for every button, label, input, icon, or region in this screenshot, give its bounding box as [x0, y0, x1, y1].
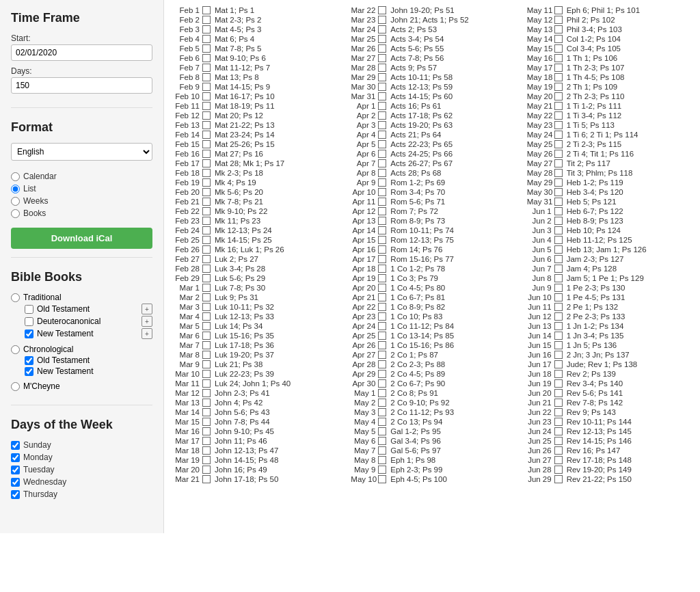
schedule-checkbox[interactable]	[554, 178, 563, 187]
schedule-checkbox[interactable]	[554, 188, 563, 196]
schedule-checkbox[interactable]	[554, 255, 563, 263]
schedule-checkbox[interactable]	[378, 159, 386, 167]
schedule-checkbox[interactable]	[554, 236, 563, 244]
schedule-checkbox[interactable]	[378, 332, 386, 340]
schedule-checkbox[interactable]	[554, 466, 563, 474]
language-select[interactable]: English Spanish French German	[11, 143, 152, 161]
schedule-checkbox[interactable]	[202, 35, 211, 43]
schedule-checkbox[interactable]	[378, 121, 386, 129]
schedule-checkbox[interactable]	[378, 64, 386, 72]
schedule-checkbox[interactable]	[378, 322, 386, 330]
chronological-radio[interactable]	[11, 345, 20, 354]
schedule-checkbox[interactable]	[554, 35, 563, 43]
sunday-check[interactable]	[11, 441, 20, 450]
schedule-checkbox[interactable]	[378, 351, 386, 359]
schedule-checkbox[interactable]	[378, 6, 386, 14]
schedule-checkbox[interactable]	[554, 217, 563, 225]
schedule-checkbox[interactable]	[378, 150, 386, 158]
schedule-checkbox[interactable]	[378, 226, 386, 234]
schedule-checkbox[interactable]	[554, 284, 563, 292]
schedule-checkbox[interactable]	[378, 399, 386, 407]
schedule-checkbox[interactable]	[554, 303, 563, 311]
new-testament-check[interactable]	[25, 329, 33, 338]
schedule-checkbox[interactable]	[202, 456, 211, 464]
schedule-checkbox[interactable]	[554, 379, 563, 388]
schedule-checkbox[interactable]	[378, 131, 386, 139]
schedule-checkbox[interactable]	[554, 6, 563, 14]
thursday-check[interactable]	[11, 490, 20, 499]
schedule-checkbox[interactable]	[378, 111, 386, 120]
schedule-checkbox[interactable]	[378, 92, 386, 100]
chron-new-check[interactable]	[25, 367, 33, 376]
schedule-checkbox[interactable]	[202, 293, 211, 301]
monday-label[interactable]: Monday	[11, 453, 152, 462]
schedule-checkbox[interactable]	[554, 16, 563, 24]
wednesday-check[interactable]	[11, 478, 20, 487]
schedule-checkbox[interactable]	[202, 207, 211, 215]
thursday-label[interactable]: Thursday	[11, 489, 152, 499]
schedule-checkbox[interactable]	[554, 25, 563, 33]
schedule-checkbox[interactable]	[202, 379, 211, 388]
tuesday-check[interactable]	[11, 466, 20, 474]
schedule-checkbox[interactable]	[202, 418, 211, 426]
schedule-checkbox[interactable]	[378, 25, 386, 33]
schedule-checkbox[interactable]	[202, 54, 211, 62]
schedule-checkbox[interactable]	[378, 188, 386, 196]
schedule-checkbox[interactable]	[202, 360, 211, 368]
schedule-checkbox[interactable]	[378, 207, 386, 215]
download-ical-button[interactable]: Download iCal	[11, 228, 152, 249]
tuesday-label[interactable]: Tuesday	[11, 465, 152, 474]
schedule-checkbox[interactable]	[378, 44, 386, 53]
new-testament-plus[interactable]: +	[142, 328, 152, 339]
deuterocanonical-check[interactable]	[25, 317, 33, 326]
schedule-checkbox[interactable]	[378, 198, 386, 206]
days-input[interactable]	[11, 77, 152, 94]
schedule-checkbox[interactable]	[378, 217, 386, 225]
format-calendar-label[interactable]: Calendar	[11, 172, 152, 181]
schedule-checkbox[interactable]	[378, 370, 386, 378]
schedule-checkbox[interactable]	[554, 131, 563, 139]
format-weeks-label[interactable]: Weeks	[11, 196, 152, 206]
schedule-checkbox[interactable]	[202, 341, 211, 349]
schedule-checkbox[interactable]	[202, 446, 211, 455]
schedule-checkbox[interactable]	[202, 102, 211, 110]
schedule-checkbox[interactable]	[554, 437, 563, 445]
schedule-checkbox[interactable]	[202, 178, 211, 187]
schedule-checkbox[interactable]	[202, 265, 211, 273]
schedule-checkbox[interactable]	[554, 446, 563, 455]
schedule-checkbox[interactable]	[202, 427, 211, 435]
format-books-label[interactable]: Books	[11, 208, 152, 218]
start-input[interactable]	[11, 44, 152, 61]
schedule-checkbox[interactable]	[378, 303, 386, 311]
chron-old-check[interactable]	[25, 356, 33, 365]
schedule-checkbox[interactable]	[378, 169, 386, 177]
schedule-checkbox[interactable]	[378, 418, 386, 426]
schedule-checkbox[interactable]	[554, 198, 563, 206]
schedule-checkbox[interactable]	[554, 226, 563, 234]
format-books-radio[interactable]	[11, 209, 20, 218]
schedule-checkbox[interactable]	[554, 312, 563, 321]
monday-check[interactable]	[11, 453, 20, 462]
schedule-checkbox[interactable]	[378, 35, 386, 43]
schedule-checkbox[interactable]	[378, 475, 386, 483]
schedule-checkbox[interactable]	[202, 64, 211, 72]
schedule-checkbox[interactable]	[554, 332, 563, 340]
schedule-checkbox[interactable]	[554, 456, 563, 464]
sunday-label[interactable]: Sunday	[11, 440, 152, 450]
schedule-checkbox[interactable]	[378, 466, 386, 474]
schedule-checkbox[interactable]	[202, 198, 211, 206]
schedule-checkbox[interactable]	[202, 475, 211, 483]
schedule-checkbox[interactable]	[554, 475, 563, 483]
schedule-checkbox[interactable]	[202, 389, 211, 397]
schedule-checkbox[interactable]	[554, 83, 563, 91]
schedule-checkbox[interactable]	[202, 351, 211, 359]
schedule-checkbox[interactable]	[554, 102, 563, 110]
format-calendar-radio[interactable]	[11, 172, 20, 181]
schedule-checkbox[interactable]	[378, 341, 386, 349]
schedule-checkbox[interactable]	[202, 188, 211, 196]
schedule-checkbox[interactable]	[202, 92, 211, 100]
schedule-checkbox[interactable]	[554, 427, 563, 435]
format-list-radio[interactable]	[11, 185, 20, 193]
schedule-checkbox[interactable]	[378, 245, 386, 254]
schedule-checkbox[interactable]	[554, 64, 563, 72]
